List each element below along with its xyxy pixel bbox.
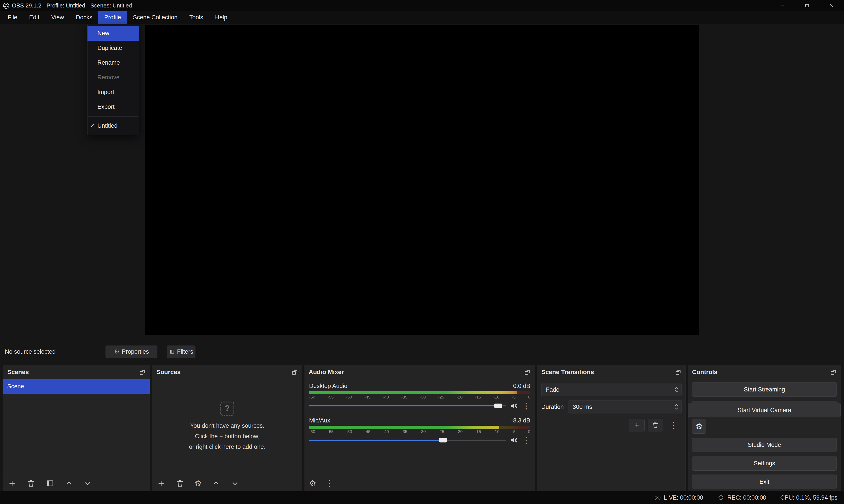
menu-help[interactable]: Help — [209, 11, 233, 24]
window-controls — [770, 0, 844, 11]
scenes-dock-title: Scenes — [7, 368, 29, 376]
exit-button[interactable]: Exit — [692, 474, 837, 489]
mute-toggle-icon[interactable] — [509, 436, 518, 445]
properties-button[interactable]: ⚙ Properties — [106, 345, 157, 358]
volume-slider[interactable] — [309, 405, 506, 407]
menu-edit[interactable]: Edit — [23, 11, 46, 24]
menu-file[interactable]: File — [2, 11, 23, 24]
controls-dock-header: Controls — [688, 365, 841, 379]
move-source-down-icon[interactable] — [231, 479, 239, 488]
broadcast-icon — [654, 494, 661, 501]
transition-selected-value: Fade — [546, 386, 559, 393]
popout-icon[interactable] — [830, 369, 837, 375]
menu-separator — [88, 116, 139, 116]
profile-menu-remove: Remove — [88, 70, 139, 85]
live-time-text: LIVE: 00:00:00 — [664, 494, 703, 501]
remove-scene-icon[interactable] — [26, 479, 35, 488]
scenes-dock: Scenes Scene — [3, 365, 150, 491]
volume-slider-handle[interactable] — [439, 438, 447, 443]
source-properties-icon[interactable]: ⚙ — [195, 480, 202, 487]
meter-tick-label: -60 — [309, 395, 315, 400]
filters-icon — [169, 349, 175, 355]
profile-dropdown-menu: New Duplicate Rename Remove Import Expor… — [87, 24, 139, 135]
start-streaming-button[interactable]: Start Streaming — [692, 382, 837, 397]
duration-spinbox[interactable]: 300 ms — [568, 400, 682, 413]
duration-spinner-icon[interactable] — [672, 400, 681, 413]
audio-mixer-dock: Audio Mixer Desktop Audio 0.0 dB -60-55-… — [305, 365, 535, 491]
profile-menu-untitled-label: Untitled — [97, 122, 118, 129]
record-icon — [717, 494, 725, 501]
preview-canvas[interactable] — [145, 25, 699, 335]
close-button[interactable] — [820, 0, 844, 11]
menu-docks[interactable]: Docks — [70, 11, 98, 24]
studio-mode-button[interactable]: Studio Mode — [692, 438, 837, 452]
channel-options-icon[interactable]: ⋮ — [522, 401, 530, 410]
volume-slider[interactable] — [309, 439, 506, 441]
minimize-button[interactable] — [770, 0, 795, 11]
channel-options-icon[interactable]: ⋮ — [522, 436, 530, 445]
meter-tick-label: -5 — [512, 429, 516, 434]
popout-icon[interactable] — [524, 369, 531, 375]
channel-name: Mic/Aux — [309, 417, 330, 424]
scene-transitions-dock-header: Scene Transitions — [537, 365, 685, 379]
move-scene-up-icon[interactable] — [65, 479, 73, 488]
meter-tick-label: -25 — [438, 429, 444, 434]
menu-tools[interactable]: Tools — [183, 11, 209, 24]
move-scene-down-icon[interactable] — [83, 479, 92, 488]
profile-menu-rename[interactable]: Rename — [88, 55, 139, 70]
settings-button[interactable]: Settings — [692, 456, 837, 471]
meter-tick-label: -30 — [420, 395, 426, 400]
popout-icon[interactable] — [675, 369, 682, 375]
add-transition-button[interactable] — [629, 419, 645, 431]
profile-menu-export[interactable]: Export — [88, 100, 139, 114]
statusbar: LIVE: 00:00:00 REC: 00:00:00 CPU: 0.1%, … — [0, 491, 844, 504]
menu-profile[interactable]: Profile — [98, 11, 127, 24]
kebab-icon: ⋮ — [670, 421, 678, 429]
live-status: LIVE: 00:00:00 — [654, 494, 703, 501]
scenes-dock-header: Scenes — [3, 365, 150, 379]
transition-options-button[interactable]: ⋮ — [666, 419, 682, 431]
sources-list[interactable]: ? You don't have any sources. Click the … — [152, 379, 302, 491]
meter-tick-label: 0 — [528, 395, 530, 400]
volume-slider-handle[interactable] — [494, 403, 502, 408]
plus-icon — [633, 421, 641, 429]
filters-button[interactable]: Filters — [167, 345, 195, 358]
meter-tick-label: -30 — [420, 429, 426, 434]
start-virtual-camera-button[interactable]: Start Virtual Camera — [688, 403, 841, 417]
maximize-button[interactable] — [795, 0, 820, 11]
remove-source-icon[interactable] — [176, 479, 184, 488]
mute-toggle-icon[interactable] — [509, 401, 518, 410]
profile-menu-duplicate[interactable]: Duplicate — [88, 41, 139, 55]
transition-select[interactable]: Fade — [541, 383, 682, 396]
profile-menu-new[interactable]: New — [88, 26, 139, 41]
popout-icon[interactable] — [139, 369, 146, 375]
empty-text-line: Click the + button below, — [195, 432, 259, 441]
mixer-options-icon[interactable]: ⋮ — [325, 479, 333, 487]
add-source-icon[interactable] — [157, 479, 165, 488]
controls-body: Start Streaming Start Recording Start Vi… — [688, 379, 841, 492]
meter-tick-label: -15 — [475, 395, 481, 400]
scene-filters-icon[interactable] — [46, 479, 54, 488]
combo-spinner-icon[interactable] — [672, 383, 681, 396]
menubar: File Edit View Docks Profile Scene Colle… — [0, 11, 844, 24]
add-scene-icon[interactable] — [8, 479, 17, 488]
checkmark-icon: ✓ — [90, 123, 95, 129]
meter-tick-label: -20 — [456, 429, 463, 434]
virtual-camera-settings-button[interactable]: ⚙ — [692, 419, 706, 434]
profile-menu-untitled[interactable]: ✓ Untitled — [88, 119, 139, 133]
menu-view[interactable]: View — [45, 11, 70, 24]
mixer-settings-icon[interactable]: ⚙ — [309, 480, 316, 487]
popout-icon[interactable] — [291, 369, 298, 375]
move-source-up-icon[interactable] — [212, 479, 220, 488]
properties-label: Properties — [122, 348, 149, 355]
empty-text-line: You don't have any sources. — [190, 421, 264, 430]
meter-tick-label: -35 — [401, 395, 407, 400]
profile-menu-import[interactable]: Import — [88, 85, 139, 100]
menu-scene-collection[interactable]: Scene Collection — [127, 11, 183, 24]
audio-channel-desktop: Desktop Audio 0.0 dB -60-55-50-45-40-35-… — [309, 383, 530, 409]
remove-transition-button[interactable] — [648, 419, 663, 431]
audio-mixer-body: Desktop Audio 0.0 dB -60-55-50-45-40-35-… — [305, 379, 535, 491]
mixer-toolbar: ⚙ ⋮ — [305, 475, 535, 491]
scene-list-item[interactable]: Scene — [3, 379, 150, 394]
meter-tick-label: -50 — [346, 429, 352, 434]
